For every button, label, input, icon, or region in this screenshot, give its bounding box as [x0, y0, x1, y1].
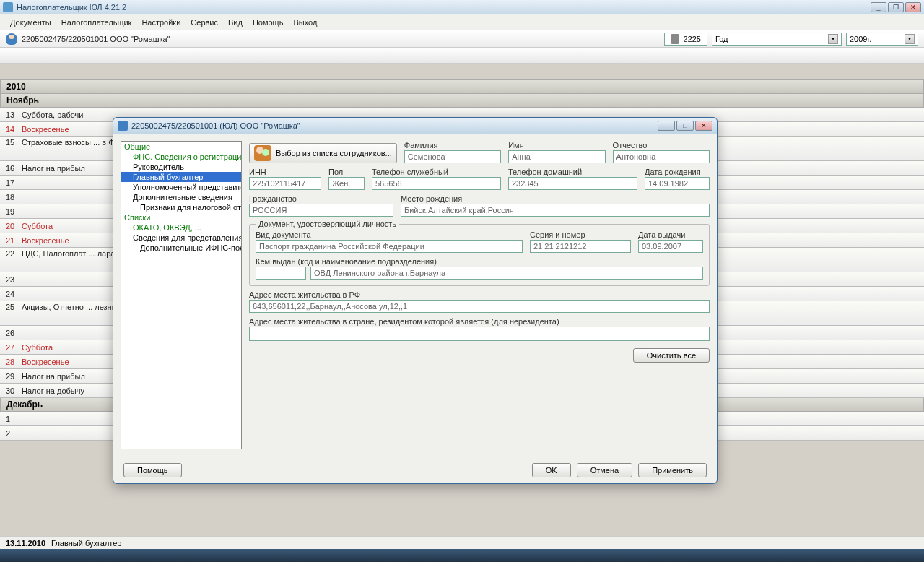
- tree-sved[interactable]: Сведения для представления в: [121, 233, 241, 243]
- menu-view[interactable]: Вид: [224, 17, 247, 28]
- cancel-button[interactable]: Отмена: [577, 463, 632, 477]
- dialog-titlebar: 2205002475/220501001 (ЮЛ) ООО "Ромашка" …: [113, 118, 717, 134]
- tree-lists[interactable]: Списки: [121, 212, 241, 222]
- issuer-code-input[interactable]: [256, 267, 306, 280]
- ifns-code[interactable]: 2225: [664, 33, 707, 46]
- user-icon: [6, 33, 17, 45]
- os-taskbar: [0, 549, 924, 562]
- tree-dop[interactable]: Дополнительные ИФНС-пол: [121, 243, 241, 253]
- ok-button[interactable]: OK: [532, 463, 571, 477]
- month-header: Ноябрь: [0, 94, 924, 108]
- accountant-dialog: 2205002475/220501001 (ЮЛ) ООО "Ромашка" …: [113, 117, 718, 484]
- menu-exit[interactable]: Выход: [289, 17, 321, 28]
- status-role: Главный бухгалтер: [51, 539, 121, 548]
- app-title: Налогоплательщик ЮЛ 4.21.2: [17, 3, 871, 12]
- doc-type-input[interactable]: Паспорт гражданина Российской Федерации: [256, 240, 523, 253]
- main-titlebar: Налогоплательщик ЮЛ 4.21.2 _ ❐ ✕: [0, 0, 924, 14]
- minimize-button[interactable]: _: [871, 2, 886, 12]
- menu-bar: Документы Налогоплательщик Настройки Сер…: [0, 14, 924, 30]
- surname-input[interactable]: Семенова: [404, 150, 501, 163]
- name-input[interactable]: Анна: [508, 150, 605, 163]
- org-label: 2205002475/220501001 ООО "Ромашка": [22, 35, 660, 43]
- clear-all-button[interactable]: Очистить все: [633, 348, 710, 363]
- app-icon: [3, 2, 13, 12]
- menu-settings[interactable]: Настройки: [137, 17, 185, 28]
- menu-taxpayer[interactable]: Налогоплательщик: [57, 17, 136, 28]
- sex-input[interactable]: Жен.: [328, 177, 365, 190]
- choose-employee-button[interactable]: Выбор из списка сотрудников...: [249, 143, 397, 163]
- chevron-down-icon: ▾: [828, 34, 838, 44]
- chevron-down-icon: ▾: [905, 34, 915, 44]
- issuer-name-input[interactable]: ОВД Ленинского района г.Барнаула: [310, 267, 703, 280]
- close-button[interactable]: ✕: [905, 2, 921, 12]
- patronymic-input[interactable]: Антоновна: [613, 150, 710, 163]
- menu-help[interactable]: Помощь: [248, 17, 288, 28]
- dialog-title: 2205002475/220501001 (ЮЛ) ООО "Ромашка": [131, 121, 658, 130]
- help-button[interactable]: Помощь: [123, 463, 182, 477]
- tree-representative[interactable]: Уполномоченный представител: [121, 182, 241, 192]
- tree-chief-accountant[interactable]: Главный бухгалтер: [121, 172, 241, 182]
- year-select[interactable]: 2009г. ▾: [846, 33, 918, 46]
- menu-service[interactable]: Сервис: [186, 17, 222, 28]
- year-header: 2010: [0, 79, 924, 94]
- tree-head[interactable]: Руководитель: [121, 162, 241, 172]
- restore-button[interactable]: ❐: [888, 2, 904, 12]
- info-bar: 2205002475/220501001 ООО "Ромашка" 2225 …: [0, 30, 924, 48]
- people-icon: [254, 145, 271, 161]
- address-nonresident-input[interactable]: [249, 327, 710, 341]
- form-panel: Выбор из списка сотрудников... ФамилияСе…: [249, 141, 710, 449]
- toolbar-spacer: [0, 48, 924, 64]
- tree-fns[interactable]: ФНС. Сведения о регистрации: [121, 152, 241, 162]
- menu-documents[interactable]: Документы: [6, 17, 56, 28]
- apply-button[interactable]: Применить: [638, 463, 707, 477]
- doc-date-input[interactable]: 03.09.2007: [638, 240, 703, 253]
- nav-tree[interactable]: Общие ФНС. Сведения о регистрации Руково…: [121, 141, 242, 449]
- status-bar: 13.11.2010 Главный бухгалтер: [0, 536, 924, 549]
- inn-input[interactable]: 225102115417: [249, 177, 321, 190]
- tree-okato[interactable]: ОКАТО, ОКВЭД, ...: [121, 222, 241, 233]
- db-icon: [671, 34, 679, 44]
- period-select[interactable]: Год ▾: [712, 33, 842, 46]
- dialog-footer: Помощь OK Отмена Применить: [113, 457, 717, 483]
- citizenship-input[interactable]: РОССИЯ: [249, 204, 393, 217]
- dialog-close-button[interactable]: ✕: [695, 121, 712, 131]
- dialog-minimize-button[interactable]: _: [658, 121, 675, 131]
- birthdate-input[interactable]: 14.09.1982: [645, 177, 710, 190]
- work-phone-input[interactable]: 565656: [372, 177, 501, 190]
- doc-number-input[interactable]: 21 21 2121212: [530, 240, 631, 253]
- identity-doc-fieldset: Документ, удостоверяющий личность Вид до…: [249, 224, 710, 286]
- tree-extra[interactable]: Дополнительные сведения: [121, 192, 241, 202]
- tree-signs[interactable]: Признаки для налоговой отч: [121, 202, 241, 212]
- status-date: 13.11.2010: [6, 539, 45, 548]
- dialog-maximize-button[interactable]: □: [676, 121, 694, 131]
- address-rf-input[interactable]: 643,656011,22,,Барнаул,,Аносова ул,12,,1: [249, 300, 710, 313]
- home-phone-input[interactable]: 232345: [508, 177, 637, 190]
- dialog-icon: [118, 121, 128, 131]
- tree-general[interactable]: Общие: [121, 142, 241, 152]
- birthplace-input[interactable]: Бийск,Алтайский край,Россия: [401, 204, 710, 217]
